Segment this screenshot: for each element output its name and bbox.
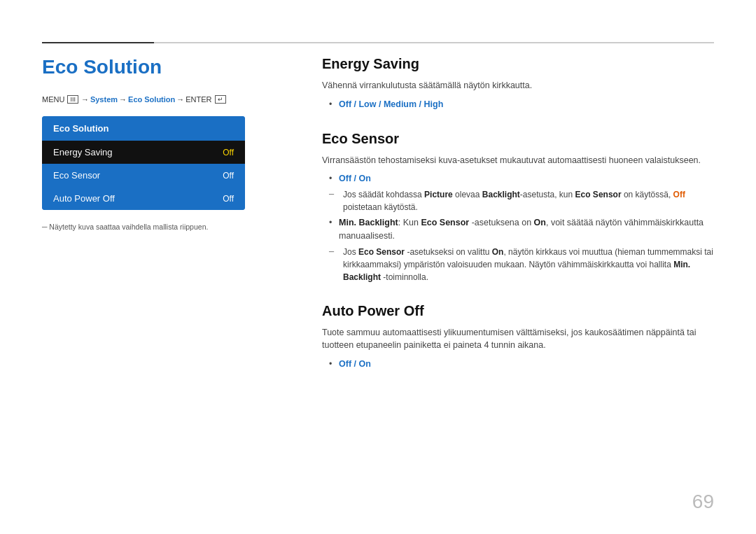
eco-sensor-bullets: Off / On Jos säädät kohdassa Picture ole… — [322, 172, 714, 283]
menu-item-energy-saving[interactable]: Energy Saving Off — [42, 141, 245, 164]
energy-saving-options: Off / Low / Medium / High — [339, 99, 443, 109]
menu-item-eco-sensor[interactable]: Eco Sensor Off — [42, 164, 245, 187]
footnote: Näytetty kuva saattaa vaihdella mallista… — [42, 223, 280, 231]
eco-sensor-bullet-2: Min. Backlight: Kun Eco Sensor -asetukse… — [329, 216, 714, 243]
system-link: System — [90, 95, 118, 104]
section-auto-power-off: Auto Power Off Tuote sammuu automaattise… — [322, 303, 714, 371]
energy-saving-bullet-1: Off / Low / Medium / High — [329, 98, 714, 111]
picture-label: Picture — [424, 190, 453, 199]
min-backlight-label-2: Min. Backlight — [343, 260, 690, 282]
eco-sensor-options: Off / On — [339, 174, 371, 183]
menu-item-value: Off — [223, 194, 234, 204]
energy-saving-title: Energy Saving — [322, 56, 714, 72]
menu-item-value: Off — [223, 148, 234, 157]
left-panel: Eco Solution MENU III → System → Eco Sol… — [42, 56, 280, 231]
menu-icon: III — [67, 95, 78, 104]
auto-power-off-options: Off / On — [339, 359, 371, 369]
page-title: Eco Solution — [42, 56, 280, 78]
menu-item-label: Auto Power Off — [53, 193, 115, 204]
eco-sensor-bullet-1: Off / On — [329, 172, 714, 185]
page-number: 69 — [692, 491, 714, 513]
eco-sensor-note-2: Jos Eco Sensor -asetukseksi on valittu O… — [329, 246, 714, 283]
arrow-1: → — [119, 95, 127, 104]
eco-sensor-label-2: Eco Sensor — [421, 218, 469, 227]
energy-saving-bullets: Off / Low / Medium / High — [322, 98, 714, 111]
menu-path: MENU III → System → Eco Solution → ENTER… — [42, 95, 280, 104]
eco-sensor-title: Eco Sensor — [322, 131, 714, 147]
energy-saving-desc: Vähennä virrankulutusta säätämällä näytö… — [322, 79, 714, 92]
off-label: Off — [673, 190, 685, 199]
menu-arrow: → — [81, 95, 89, 104]
eco-sensor-note-1: Jos säädät kohdassa Picture olevaa Backl… — [329, 188, 714, 213]
backlight-label: Backlight — [482, 190, 520, 199]
eco-sensor-desc: Virransäästön tehostamiseksi kuva-asetuk… — [322, 154, 714, 167]
menu-item-value: Off — [223, 171, 234, 181]
auto-power-off-bullets: Off / On — [322, 358, 714, 371]
enter-label: ENTER — [186, 95, 211, 104]
eco-solution-link: Eco Solution — [128, 95, 175, 104]
min-backlight-label: Min. Backlight — [339, 218, 398, 227]
menu-box: Eco Solution Energy Saving Off Eco Senso… — [42, 116, 245, 210]
on-label-2: On — [492, 247, 504, 257]
enter-icon: ↵ — [215, 95, 226, 104]
menu-item-label: Energy Saving — [53, 147, 113, 157]
menu-item-label: Eco Sensor — [53, 170, 100, 181]
menu-item-auto-power-off[interactable]: Auto Power Off Off — [42, 187, 245, 210]
menu-label: MENU — [42, 95, 64, 104]
on-label: On — [534, 218, 546, 227]
auto-power-off-desc: Tuote sammuu automaattisesti ylikuumentu… — [322, 326, 714, 353]
eco-sensor-label-3: Eco Sensor — [358, 247, 405, 257]
left-accent-line — [42, 42, 154, 43]
right-panel: Energy Saving Vähennä virrankulutusta sä… — [322, 56, 714, 391]
arrow-2: → — [176, 95, 184, 104]
section-eco-sensor: Eco Sensor Virransäästön tehostamiseksi … — [322, 131, 714, 283]
auto-power-off-title: Auto Power Off — [322, 303, 714, 319]
menu-box-title: Eco Solution — [42, 116, 245, 141]
eco-sensor-label: Eco Sensor — [575, 190, 622, 199]
auto-power-off-bullet-1: Off / On — [329, 358, 714, 371]
section-energy-saving: Energy Saving Vähennä virrankulutusta sä… — [322, 56, 714, 111]
